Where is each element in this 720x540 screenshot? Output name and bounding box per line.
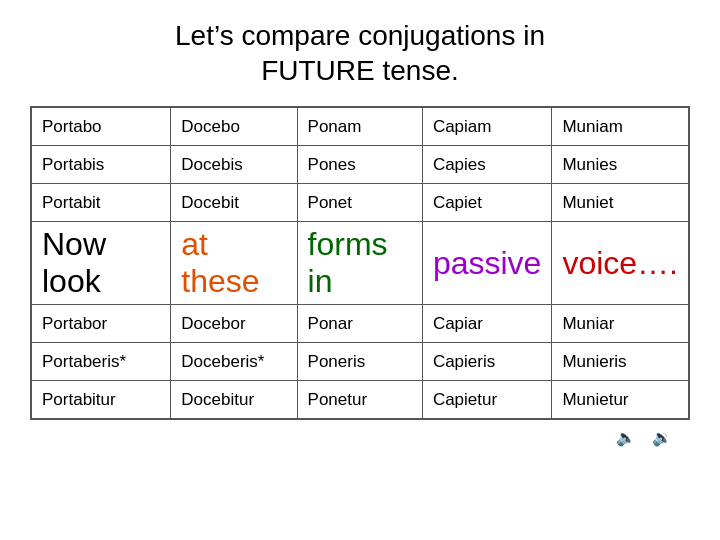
cell-r0-c0: Portabo: [32, 108, 171, 146]
cell-r0-c1: Docebo: [171, 108, 297, 146]
cell-r5-c2: Poneris: [297, 343, 422, 381]
cell-r1-c4: Munies: [552, 146, 689, 184]
cell-r6-c0: Portabitur: [32, 381, 171, 419]
table-row: PortabitDocebitPonetCapietMuniet: [32, 184, 689, 222]
table-row: PortabisDocebisPonesCapiesMunies: [32, 146, 689, 184]
speaker-icon-1[interactable]: 🔈: [616, 428, 644, 452]
cell-r6-c2: Ponetur: [297, 381, 422, 419]
cell-r4-c0: Portabor: [32, 305, 171, 343]
cell-r6-c4: Munietur: [552, 381, 689, 419]
table-row: PortaborDoceborPonarCapiarMuniar: [32, 305, 689, 343]
cell-r4-c2: Ponar: [297, 305, 422, 343]
title-line2: FUTURE tense.: [261, 55, 459, 86]
cell-r6-c3: Capietur: [422, 381, 552, 419]
cell-r0-c2: Ponam: [297, 108, 422, 146]
cell-r3-c0: Now look: [32, 222, 171, 305]
table-row: Now lookat theseforms inpassivevoice….: [32, 222, 689, 305]
table-row: Portaberis*Doceberis*PonerisCapierisMuni…: [32, 343, 689, 381]
cell-r5-c0: Portaberis*: [32, 343, 171, 381]
cell-r3-c4: voice….: [552, 222, 689, 305]
cell-r1-c2: Pones: [297, 146, 422, 184]
cell-r2-c3: Capiet: [422, 184, 552, 222]
cell-r2-c4: Muniet: [552, 184, 689, 222]
table-row: PortabiturDocebiturPoneturCapieturMuniet…: [32, 381, 689, 419]
speaker-icon-2[interactable]: 🔉: [652, 428, 680, 452]
cell-r3-c2: forms in: [297, 222, 422, 305]
cell-r2-c1: Docebit: [171, 184, 297, 222]
page-title: Let’s compare conjugations in FUTURE ten…: [175, 18, 545, 88]
cell-r5-c1: Doceberis*: [171, 343, 297, 381]
title-line1: Let’s compare conjugations in: [175, 20, 545, 51]
cell-r3-c1: at these: [171, 222, 297, 305]
cell-r1-c1: Docebis: [171, 146, 297, 184]
cell-r0-c4: Muniam: [552, 108, 689, 146]
cell-r5-c3: Capieris: [422, 343, 552, 381]
audio-controls: 🔈 🔉: [30, 428, 690, 452]
cell-r4-c1: Docebor: [171, 305, 297, 343]
cell-r1-c3: Capies: [422, 146, 552, 184]
table-row: PortaboDoceboPonamCapiamMuniam: [32, 108, 689, 146]
cell-r5-c4: Munieris: [552, 343, 689, 381]
cell-r3-c3: passive: [422, 222, 552, 305]
cell-r0-c3: Capiam: [422, 108, 552, 146]
cell-r6-c1: Docebitur: [171, 381, 297, 419]
cell-r4-c3: Capiar: [422, 305, 552, 343]
cell-r2-c0: Portabit: [32, 184, 171, 222]
cell-r4-c4: Muniar: [552, 305, 689, 343]
cell-r2-c2: Ponet: [297, 184, 422, 222]
conjugation-table: PortaboDoceboPonamCapiamMuniamPortabisDo…: [30, 106, 690, 420]
cell-r1-c0: Portabis: [32, 146, 171, 184]
page: Let’s compare conjugations in FUTURE ten…: [0, 0, 720, 540]
